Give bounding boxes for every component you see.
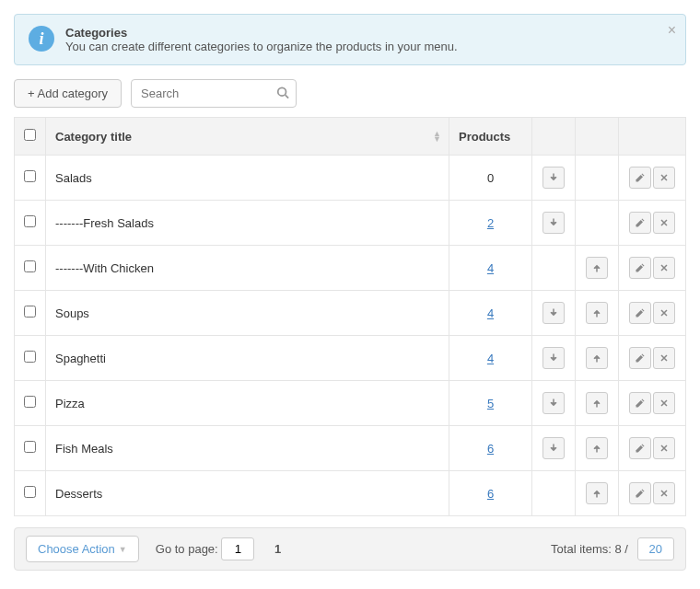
- footer-bar: Choose Action ▼ Go to page: 1 Total item…: [14, 527, 686, 571]
- products-count: 0: [449, 156, 532, 201]
- delete-button[interactable]: [653, 302, 675, 324]
- category-title-cell: Salads: [46, 156, 449, 201]
- move-up-button[interactable]: [586, 482, 608, 504]
- search-input[interactable]: [131, 79, 297, 108]
- products-link[interactable]: 4: [487, 261, 494, 275]
- table-row: Pizza5: [15, 381, 686, 426]
- row-checkbox[interactable]: [24, 486, 36, 498]
- banner-title: Categories: [65, 26, 458, 40]
- row-checkbox[interactable]: [24, 396, 36, 408]
- row-checkbox[interactable]: [24, 170, 36, 182]
- move-down-button[interactable]: [542, 347, 565, 369]
- table-row: Fish Meals6: [15, 426, 686, 471]
- move-up-button[interactable]: [586, 392, 608, 414]
- table-row: Soups4: [15, 291, 686, 336]
- move-down-button[interactable]: [542, 437, 565, 459]
- row-checkbox[interactable]: [24, 260, 36, 272]
- move-down-button[interactable]: [542, 212, 565, 234]
- move-down-button[interactable]: [542, 167, 565, 189]
- category-title-cell: -------Fresh Salads: [46, 201, 449, 246]
- category-title-cell: Fish Meals: [46, 426, 449, 471]
- category-title-cell: Desserts: [46, 471, 449, 516]
- move-up-button[interactable]: [586, 347, 608, 369]
- delete-button[interactable]: [653, 257, 675, 279]
- svg-point-0: [278, 87, 286, 96]
- products-link[interactable]: 5: [487, 397, 494, 410]
- choose-action-dropdown[interactable]: Choose Action ▼: [26, 536, 139, 562]
- current-page: 1: [274, 542, 281, 556]
- products-link[interactable]: 2: [487, 216, 494, 230]
- row-checkbox[interactable]: [24, 351, 36, 363]
- search-icon: [276, 86, 289, 101]
- goto-label: Go to page:: [156, 542, 218, 556]
- row-checkbox[interactable]: [24, 441, 36, 453]
- header-products: Products: [459, 130, 510, 144]
- per-page-select[interactable]: 20: [637, 537, 674, 560]
- move-up-button[interactable]: [586, 437, 608, 459]
- table-row: Desserts6: [15, 471, 686, 516]
- delete-button[interactable]: [653, 482, 675, 504]
- info-icon: i: [29, 26, 54, 52]
- category-title-cell: Soups: [46, 291, 449, 336]
- banner-text: You can create different categories to o…: [65, 40, 458, 53]
- sort-icon[interactable]: ▲▼: [433, 131, 441, 142]
- edit-button[interactable]: [629, 167, 651, 189]
- info-banner: i Categories You can create different ca…: [14, 14, 686, 65]
- category-title-cell: Spaghetti: [46, 336, 449, 381]
- close-icon[interactable]: ×: [668, 22, 676, 39]
- delete-button[interactable]: [653, 392, 675, 414]
- products-link[interactable]: 6: [487, 487, 494, 501]
- category-title-cell: Pizza: [46, 381, 449, 426]
- move-down-button[interactable]: [542, 302, 565, 324]
- delete-button[interactable]: [653, 212, 675, 234]
- edit-button[interactable]: [629, 302, 651, 324]
- edit-button[interactable]: [629, 437, 651, 459]
- delete-button[interactable]: [653, 437, 675, 459]
- table-row: Salads0: [15, 156, 686, 201]
- select-all-checkbox[interactable]: [24, 129, 36, 141]
- edit-button[interactable]: [629, 347, 651, 369]
- table-row: -------Fresh Salads2: [15, 201, 686, 246]
- products-link[interactable]: 6: [487, 442, 494, 456]
- table-row: Spaghetti4: [15, 336, 686, 381]
- delete-button[interactable]: [653, 167, 675, 189]
- products-link[interactable]: 4: [487, 352, 494, 365]
- categories-table: Category title ▲▼ Products Salads0------…: [14, 117, 686, 516]
- products-link[interactable]: 4: [487, 306, 494, 320]
- svg-line-1: [286, 95, 289, 98]
- edit-button[interactable]: [629, 257, 651, 279]
- add-category-button[interactable]: + Add category: [14, 79, 122, 108]
- move-up-button[interactable]: [586, 302, 608, 324]
- edit-button[interactable]: [629, 392, 651, 414]
- chevron-down-icon: ▼: [119, 545, 127, 554]
- delete-button[interactable]: [653, 347, 675, 369]
- toolbar: + Add category: [14, 79, 686, 108]
- row-checkbox[interactable]: [24, 215, 36, 227]
- move-down-button[interactable]: [542, 392, 565, 414]
- row-checkbox[interactable]: [24, 306, 36, 318]
- goto-page-input[interactable]: [221, 537, 254, 560]
- table-row: -------With Chicken4: [15, 246, 686, 291]
- total-items-label: Total items: 8 /: [551, 542, 628, 556]
- move-up-button[interactable]: [586, 257, 608, 279]
- edit-button[interactable]: [629, 212, 651, 234]
- edit-button[interactable]: [629, 482, 651, 504]
- category-title-cell: -------With Chicken: [46, 246, 449, 291]
- header-title[interactable]: Category title: [55, 130, 132, 144]
